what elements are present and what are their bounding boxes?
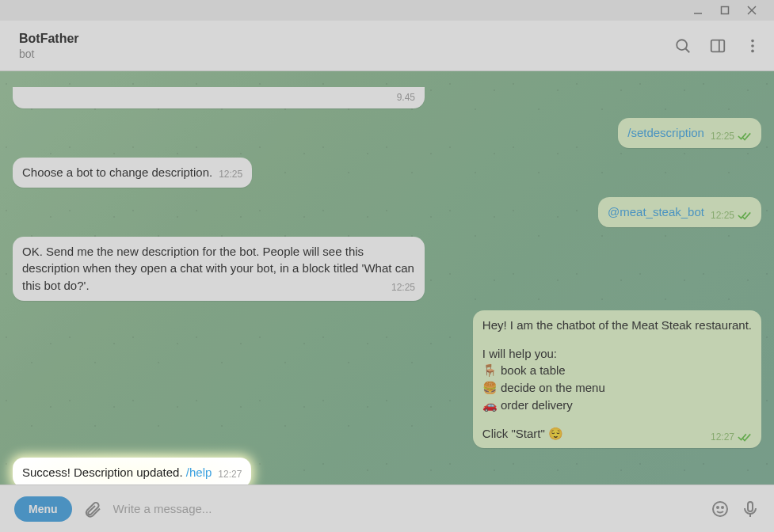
message-bubble[interactable]: OK. Send me the new description for the … bbox=[13, 237, 425, 301]
svg-point-12 bbox=[717, 507, 719, 508]
close-icon[interactable] bbox=[747, 6, 757, 15]
minimize-icon[interactable] bbox=[693, 6, 703, 15]
svg-point-10 bbox=[751, 49, 754, 52]
window-controls bbox=[0, 0, 774, 21]
svg-line-5 bbox=[685, 48, 689, 52]
search-icon[interactable] bbox=[674, 37, 692, 55]
message-row: /setdescription 12:25 bbox=[13, 118, 761, 148]
message-line: I will help you: bbox=[482, 345, 752, 363]
maximize-icon[interactable] bbox=[720, 6, 730, 15]
chat-area[interactable]: 9.45 /setdescription 12:25 Choose a bot … bbox=[0, 71, 774, 484]
mention-link[interactable]: @meat_steak_bot bbox=[608, 205, 704, 218]
message-text: OK. Send me the new description for the … bbox=[22, 245, 414, 293]
svg-point-13 bbox=[722, 507, 723, 508]
message-time: 12:25 bbox=[219, 168, 242, 181]
message-text: Success! Description updated. bbox=[22, 466, 186, 479]
svg-point-4 bbox=[677, 40, 687, 50]
sidepanel-icon[interactable] bbox=[709, 37, 726, 55]
input-bar: Menu bbox=[0, 484, 774, 532]
message-bubble[interactable]: Success! Description updated. /help 12:2… bbox=[13, 458, 251, 484]
svg-rect-14 bbox=[748, 502, 753, 511]
message-line: 🪑 book a table bbox=[482, 362, 752, 379]
svg-rect-1 bbox=[722, 7, 729, 14]
message-time: 12:25 bbox=[711, 131, 734, 142]
message-bubble[interactable]: /setdescription 12:25 bbox=[618, 118, 761, 148]
read-ticks-icon bbox=[738, 431, 752, 443]
chat-subtitle: bot bbox=[19, 48, 674, 60]
chat-title[interactable]: BotFather bbox=[19, 32, 674, 46]
message-bubble[interactable]: Hey! I am the chatbot of the Meat Steak … bbox=[473, 310, 761, 449]
svg-rect-6 bbox=[711, 40, 725, 51]
message-time: 12:25 bbox=[711, 210, 734, 221]
svg-point-8 bbox=[751, 39, 754, 42]
message-time: 12:27 bbox=[218, 468, 242, 481]
message-bubble[interactable]: @meat_steak_bot 12:25 bbox=[598, 197, 761, 227]
message-time: 12:27 bbox=[711, 431, 734, 443]
attach-icon[interactable] bbox=[83, 500, 102, 519]
message-row: Choose a bot to change description. 12:2… bbox=[13, 158, 761, 188]
more-icon[interactable] bbox=[744, 37, 761, 55]
message-partial: 9.45 bbox=[13, 87, 761, 108]
svg-point-9 bbox=[751, 44, 754, 48]
message-input[interactable] bbox=[113, 502, 700, 515]
command-link[interactable]: /setdescription bbox=[627, 126, 704, 139]
command-link[interactable]: /help bbox=[186, 466, 212, 479]
message-row: @meat_steak_bot 12:25 bbox=[13, 197, 761, 227]
message-text: Choose a bot to change description. bbox=[22, 165, 212, 179]
message-row: Hey! I am the chatbot of the Meat Steak … bbox=[13, 310, 761, 449]
message-bubble[interactable]: Choose a bot to change description. 12:2… bbox=[13, 158, 252, 188]
emoji-icon[interactable] bbox=[711, 500, 730, 519]
message-line: 🍔 decide on the menu bbox=[482, 379, 752, 397]
message-row-highlighted: Success! Description updated. /help 12:2… bbox=[13, 458, 761, 484]
message-line: Click "Start" 😌 bbox=[482, 427, 563, 440]
read-ticks-icon bbox=[738, 210, 752, 221]
chat-header: BotFather bot bbox=[0, 21, 774, 71]
message-time: 9.45 bbox=[397, 91, 415, 104]
menu-button[interactable]: Menu bbox=[14, 496, 72, 522]
message-row: OK. Send me the new description for the … bbox=[13, 237, 761, 301]
svg-point-11 bbox=[713, 502, 727, 516]
mic-icon[interactable] bbox=[741, 500, 760, 519]
message-line: Hey! I am the chatbot of the Meat Steak … bbox=[482, 317, 752, 334]
message-time: 12:25 bbox=[391, 281, 415, 294]
read-ticks-icon bbox=[738, 131, 752, 142]
message-line: 🚗 order delivery bbox=[482, 397, 752, 414]
